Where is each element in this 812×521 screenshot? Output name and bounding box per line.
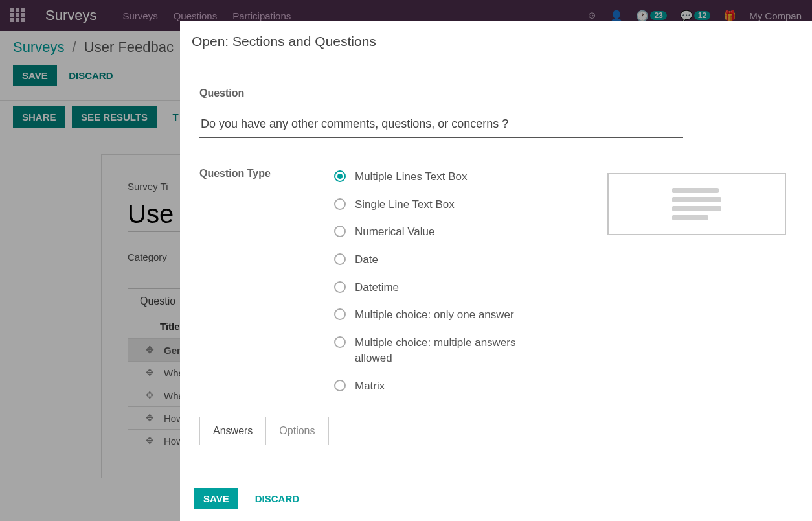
radio-icon xyxy=(334,380,346,391)
modal-title: Open: Sections and Questions xyxy=(192,34,800,49)
radio-label: Date xyxy=(355,252,378,268)
radio-icon xyxy=(334,336,346,348)
question-type-option[interactable]: Datetime xyxy=(334,280,548,296)
radio-label: Numerical Value xyxy=(355,224,434,240)
radio-label: Multiple Lines Text Box xyxy=(355,169,468,185)
question-type-option[interactable]: Numerical Value xyxy=(334,224,548,240)
question-input[interactable] xyxy=(199,113,683,138)
textbox-preview-icon xyxy=(672,188,721,220)
question-type-option[interactable]: Matrix xyxy=(334,378,548,395)
modal-dialog: Open: Sections and Questions Question Qu… xyxy=(180,21,812,521)
radio-icon xyxy=(334,170,346,182)
radio-icon xyxy=(334,281,346,293)
tab-answers[interactable]: Answers xyxy=(199,417,266,445)
modal-discard-button[interactable]: DISCARD xyxy=(246,488,308,509)
radio-label: Datetime xyxy=(355,280,399,296)
question-type-option[interactable]: Single Line Text Box xyxy=(334,197,548,213)
radio-icon xyxy=(334,253,346,265)
radio-icon xyxy=(334,226,346,237)
question-type-option[interactable]: Multiple Lines Text Box xyxy=(334,169,548,185)
question-type-label: Question Type xyxy=(199,168,275,395)
radio-label: Matrix xyxy=(355,378,385,395)
radio-label: Multiple choice: multiple answers allowe… xyxy=(355,335,548,367)
question-type-option[interactable]: Date xyxy=(334,252,548,268)
question-field-label: Question xyxy=(199,87,786,99)
radio-icon xyxy=(334,198,346,210)
radio-label: Single Line Text Box xyxy=(355,197,455,213)
question-type-radios: Multiple Lines Text BoxSingle Line Text … xyxy=(334,169,548,395)
question-type-preview xyxy=(607,173,786,235)
radio-label: Multiple choice: only one answer xyxy=(355,307,514,323)
question-type-option[interactable]: Multiple choice: multiple answers allowe… xyxy=(334,335,548,367)
question-type-option[interactable]: Multiple choice: only one answer xyxy=(334,307,548,323)
radio-icon xyxy=(334,308,346,320)
tab-options[interactable]: Options xyxy=(266,417,328,445)
modal-save-button[interactable]: SAVE xyxy=(194,488,238,509)
